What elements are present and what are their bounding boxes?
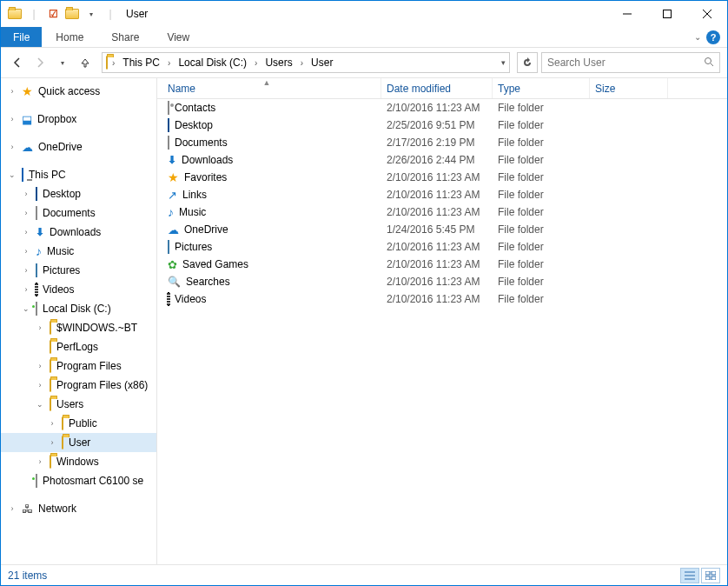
item-type: File folder bbox=[493, 154, 590, 166]
tree-downloads[interactable]: ›⬇Downloads bbox=[1, 223, 156, 242]
file-list: ▲ Name Date modified Type Size Contacts2… bbox=[157, 78, 727, 564]
tree-desktop[interactable]: ›Desktop bbox=[1, 184, 156, 203]
svg-rect-10 bbox=[711, 571, 716, 575]
tree-perflogs[interactable]: PerfLogs bbox=[1, 337, 156, 356]
tree-music[interactable]: ›♪Music bbox=[1, 242, 156, 261]
tab-view[interactable]: View bbox=[153, 27, 203, 47]
tree-pictures[interactable]: ›Pictures bbox=[1, 261, 156, 280]
tab-file[interactable]: File bbox=[1, 27, 42, 47]
address-dropdown-icon[interactable]: ▾ bbox=[501, 58, 506, 67]
minimize-button[interactable] bbox=[607, 1, 647, 27]
crumb-localdisk[interactable]: Local Disk (C:) bbox=[175, 57, 250, 69]
col-type[interactable]: Type bbox=[493, 78, 590, 98]
item-date: 2/10/2016 11:23 AM bbox=[381, 189, 493, 201]
list-item[interactable]: ⬇Downloads2/26/2016 2:44 PMFile folder bbox=[157, 151, 727, 169]
file-rows[interactable]: Contacts2/10/2016 11:23 AMFile folderDes… bbox=[157, 99, 727, 564]
list-item[interactable]: ↗Links2/10/2016 11:23 AMFile folder bbox=[157, 186, 727, 203]
tree-windows[interactable]: ›Windows bbox=[1, 452, 156, 471]
tree-public[interactable]: ›Public bbox=[1, 414, 156, 433]
tree-winbt[interactable]: ›$WINDOWS.~BT bbox=[1, 318, 156, 337]
maximize-button[interactable] bbox=[647, 1, 687, 27]
list-item[interactable]: ✿Saved Games2/10/2016 11:23 AMFile folde… bbox=[157, 256, 727, 273]
recent-dropdown[interactable]: ▾ bbox=[53, 53, 72, 72]
refresh-button[interactable] bbox=[517, 52, 538, 73]
item-date: 2/25/2016 9:51 PM bbox=[381, 119, 493, 131]
folder-icon bbox=[50, 341, 51, 353]
item-date: 2/10/2016 11:23 AM bbox=[381, 102, 493, 114]
forward-button[interactable] bbox=[30, 53, 50, 72]
item-type: File folder bbox=[493, 189, 590, 201]
list-item[interactable]: Videos2/10/2016 11:23 AMFile folder bbox=[157, 290, 727, 308]
network-icon: 🖧 bbox=[22, 503, 33, 516]
tree-users[interactable]: ⌄Users bbox=[1, 395, 156, 414]
crumb-user[interactable]: User bbox=[308, 57, 336, 69]
tree-thispc[interactable]: ⌄This PC bbox=[1, 165, 156, 184]
search-box[interactable] bbox=[541, 52, 720, 73]
item-name: Saved Games bbox=[182, 258, 248, 270]
col-date[interactable]: Date modified bbox=[381, 78, 493, 98]
item-type: File folder bbox=[493, 171, 590, 183]
folder-icon bbox=[50, 322, 51, 334]
list-item[interactable]: Desktop2/25/2016 9:51 PMFile folder bbox=[157, 117, 727, 134]
col-size[interactable]: Size bbox=[590, 78, 668, 98]
folder-icon bbox=[62, 417, 63, 430]
chevron-right-icon[interactable]: › bbox=[109, 58, 117, 68]
view-icons-button[interactable] bbox=[701, 568, 720, 583]
folder-icon bbox=[62, 436, 63, 449]
up-button[interactable] bbox=[76, 53, 95, 72]
back-button[interactable] bbox=[8, 53, 27, 72]
qat-newfolder-icon[interactable] bbox=[63, 5, 81, 23]
list-item[interactable]: Documents2/17/2016 2:19 PMFile folder bbox=[157, 134, 727, 151]
svg-rect-11 bbox=[705, 576, 710, 580]
tree-network[interactable]: ›🖧Network bbox=[1, 499, 156, 518]
chevron-right-icon[interactable]: › bbox=[165, 58, 173, 68]
item-type: File folder bbox=[493, 223, 590, 236]
chevron-right-icon[interactable]: › bbox=[252, 58, 260, 68]
folder-icon bbox=[50, 360, 51, 372]
item-name: Searches bbox=[186, 276, 230, 288]
tree-dropbox[interactable]: ›⬓Dropbox bbox=[1, 110, 156, 129]
tree-onedrive[interactable]: ›☁OneDrive bbox=[1, 137, 156, 156]
quick-access-toolbar: | ☑ ▾ | bbox=[1, 5, 119, 23]
tab-share[interactable]: Share bbox=[97, 27, 153, 47]
item-type: File folder bbox=[493, 276, 590, 288]
tree-user[interactable]: ›User bbox=[1, 433, 156, 452]
list-item[interactable]: Pictures2/10/2016 11:23 AMFile folder bbox=[157, 238, 727, 256]
qat-properties-icon[interactable]: ☑ bbox=[44, 5, 62, 23]
tree-documents[interactable]: ›Documents bbox=[1, 203, 156, 223]
tree-videos[interactable]: ›Videos bbox=[1, 280, 156, 299]
item-name: Videos bbox=[175, 293, 206, 305]
tab-home[interactable]: Home bbox=[42, 27, 97, 47]
tree-photosmart[interactable]: Photosmart C6100 se bbox=[1, 471, 156, 490]
item-type: File folder bbox=[493, 119, 590, 131]
tree-quickaccess[interactable]: ›★Quick access bbox=[1, 82, 156, 101]
list-item[interactable]: Contacts2/10/2016 11:23 AMFile folder bbox=[157, 99, 727, 117]
pc-icon bbox=[22, 169, 23, 181]
crumb-users[interactable]: Users bbox=[261, 57, 295, 69]
close-button[interactable] bbox=[687, 1, 727, 27]
chevron-right-icon[interactable]: › bbox=[298, 58, 306, 68]
item-type: File folder bbox=[493, 293, 590, 305]
tree-localdisk[interactable]: ⌄Local Disk (C:) bbox=[1, 299, 156, 318]
videos-icon bbox=[36, 283, 37, 296]
list-item[interactable]: 🔍Searches2/10/2016 11:23 AMFile folder bbox=[157, 273, 727, 290]
dropbox-icon: ⬓ bbox=[22, 113, 32, 126]
cloud-icon: ☁ bbox=[168, 223, 179, 236]
ribbon-expand-icon[interactable]: ⌄ bbox=[694, 32, 701, 42]
list-item[interactable]: ★Favorites2/10/2016 11:23 AMFile folder bbox=[157, 169, 727, 186]
search-input[interactable] bbox=[547, 57, 704, 69]
nav-tree[interactable]: ›★Quick access ›⬓Dropbox ›☁OneDrive ⌄Thi… bbox=[1, 78, 157, 564]
crumb-thispc[interactable]: This PC bbox=[119, 57, 163, 69]
item-date: 2/17/2016 2:19 PM bbox=[381, 137, 493, 149]
tree-progfiles[interactable]: ›Program Files bbox=[1, 356, 156, 376]
view-details-button[interactable] bbox=[680, 568, 699, 583]
tree-progfiles86[interactable]: ›Program Files (x86) bbox=[1, 376, 156, 395]
help-icon[interactable]: ? bbox=[706, 30, 720, 44]
address-bar[interactable]: › This PC › Local Disk (C:) › Users › Us… bbox=[102, 52, 510, 73]
list-item[interactable]: ☁OneDrive1/24/2016 5:45 PMFile folder bbox=[157, 221, 727, 238]
folder-icon bbox=[50, 456, 51, 468]
list-item[interactable]: ♪Music2/10/2016 11:23 AMFile folder bbox=[157, 203, 727, 221]
qat-dropdown-icon[interactable]: ▾ bbox=[83, 5, 100, 23]
item-type: File folder bbox=[493, 241, 590, 253]
item-date: 2/10/2016 11:23 AM bbox=[381, 293, 493, 305]
